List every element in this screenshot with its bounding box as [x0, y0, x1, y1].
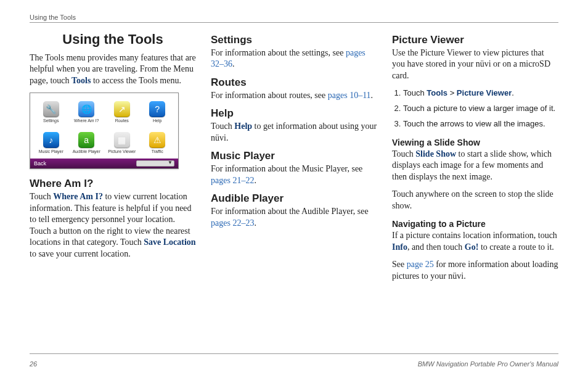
top-rule [30, 22, 558, 23]
tool-settings-icon-glyph: 🔧 [43, 101, 59, 117]
picture-viewer-steps: Touch Tools > Picture Viewer. Touch a pi… [392, 88, 558, 130]
tool-music-player-icon: ♪Music Player [34, 128, 68, 157]
tool-audible-player-icon-label: Audible Player [73, 149, 100, 154]
tool-traffic-icon-label: Traffic [152, 149, 163, 154]
tool-settings-icon-label: Settings [43, 118, 59, 123]
tools-menu-screenshot: 🔧Settings🌐Where Am I?↗Routes?Help♪Music … [30, 93, 179, 169]
intro-paragraph: The Tools menu provides many features th… [30, 52, 196, 86]
tool-traffic-icon-glyph: ⚠ [149, 132, 165, 148]
tool-picture-viewer-icon: ▦Picture Viewer [105, 128, 139, 157]
heading-picture-viewer: Picture Viewer [392, 34, 558, 46]
slide-show-paragraph-1: Touch Slide Show to start a slide show, … [392, 149, 558, 183]
term-slide-show: Slide Show [415, 149, 456, 159]
tools-grid: 🔧Settings🌐Where Am I?↗Routes?Help♪Music … [30, 93, 178, 159]
term-where-am-i: Where Am I? [53, 192, 103, 201]
term-tools-step: Tools [427, 88, 447, 97]
tool-traffic-icon: ⚠Traffic [141, 128, 175, 157]
navigating-paragraph-1: If a picture contains location informati… [392, 230, 558, 253]
link-page-25[interactable]: page 25 [407, 260, 434, 269]
help-paragraph: Touch Help to get information about usin… [211, 121, 377, 144]
tool-routes-icon-glyph: ↗ [114, 101, 130, 117]
link-pages-22-23[interactable]: pages 22–23 [211, 218, 254, 228]
step-2: Touch a picture to view a larger image o… [403, 103, 558, 115]
heading-audible-player: Audible Player [211, 192, 377, 205]
tool-help-icon: ?Help [141, 97, 175, 126]
back-button-label: Back [34, 160, 46, 167]
term-tools: Tools [71, 76, 91, 85]
tool-picture-viewer-icon-glyph: ▦ [114, 132, 130, 148]
tools-bottom-bar: Back [30, 159, 178, 168]
heading-where-am-i: Where Am I? [30, 178, 196, 190]
heading-music-player: Music Player [211, 150, 377, 162]
page-title: Using the Tools [30, 31, 196, 47]
column-3: Picture Viewer Use the Picture Viewer to… [392, 29, 558, 337]
footer: 26 BMW Navigation Portable Pro Owner's M… [30, 360, 558, 368]
music-paragraph: For information about the Music Player, … [211, 163, 377, 186]
link-pages-10-11[interactable]: pages 10–11 [328, 91, 371, 100]
heading-routes: Routes [211, 76, 377, 89]
tool-music-player-icon-label: Music Player [39, 149, 63, 154]
heading-navigating-picture: Navigating to a Picture [392, 219, 558, 229]
scroll-indicator-icon [136, 160, 174, 167]
tool-routes-icon: ↗Routes [105, 97, 139, 126]
tool-settings-icon: 🔧Settings [34, 97, 68, 126]
navigating-paragraph-2: See page 25 for more information about l… [392, 259, 558, 282]
page-number: 26 [30, 360, 37, 368]
heading-settings: Settings [211, 34, 377, 46]
routes-paragraph: For information about routes, see pages … [211, 90, 377, 101]
term-save-location: Save Location [144, 237, 195, 247]
tool-picture-viewer-icon-label: Picture Viewer [108, 149, 136, 154]
tool-audible-player-icon: aAudible Player [70, 128, 104, 157]
tool-music-player-icon-glyph: ♪ [43, 132, 59, 148]
tool-where-am-i-icon-glyph: 🌐 [78, 101, 94, 117]
audible-paragraph: For information about the Audible Player… [211, 206, 377, 229]
column-1: Using the Tools The Tools menu provides … [30, 29, 196, 337]
tool-where-am-i-icon-label: Where Am I? [74, 118, 99, 123]
heading-slide-show: Viewing a Slide Show [392, 138, 558, 147]
intro-post: to access the Tools menu. [91, 76, 181, 85]
tool-routes-icon-label: Routes [115, 118, 129, 123]
term-help: Help [234, 122, 252, 131]
tool-help-icon-label: Help [153, 118, 161, 123]
picture-viewer-intro: Use the Picture Viewer to view pictures … [392, 47, 558, 81]
term-go: Go! [465, 242, 479, 252]
bottom-rule [30, 353, 558, 354]
step-1: Touch Tools > Picture Viewer. [403, 88, 558, 99]
tool-help-icon-glyph: ? [149, 101, 165, 117]
heading-help: Help [211, 107, 377, 120]
tool-where-am-i-icon: 🌐Where Am I? [70, 97, 104, 126]
term-picture-viewer-step: Picture Viewer [457, 88, 512, 97]
footer-manual-title: BMW Navigation Portable Pro Owner's Manu… [418, 360, 558, 368]
term-info: Info [392, 242, 407, 252]
running-head: Using the Tools [30, 14, 558, 21]
tool-audible-player-icon-glyph: a [78, 132, 94, 148]
slide-show-paragraph-2: Touch anywhere on the screen to stop the… [392, 189, 558, 212]
step-3: Touch the arrows to view all the images. [403, 118, 558, 130]
content-columns: Using the Tools The Tools menu provides … [30, 29, 558, 337]
link-pages-21-22[interactable]: pages 21–22 [211, 176, 254, 185]
where-paragraph: Touch Where Am I? to view current locati… [30, 191, 196, 260]
settings-paragraph: For information about the settings, see … [211, 47, 377, 70]
column-2: Settings For information about the setti… [211, 29, 377, 337]
